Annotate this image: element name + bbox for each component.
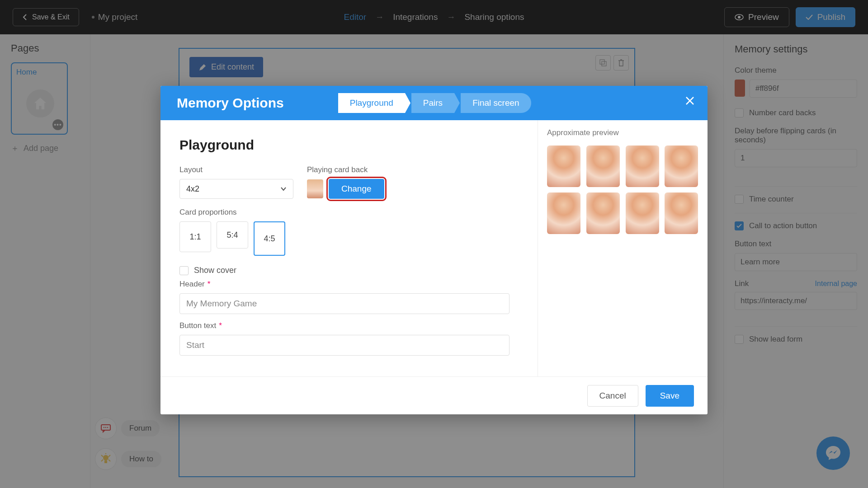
proportion-5-4[interactable]: 5:4 xyxy=(217,221,248,249)
tab-final-screen[interactable]: Final screen xyxy=(461,93,531,113)
checkbox-icon xyxy=(179,266,189,275)
show-cover-checkbox[interactable]: Show cover xyxy=(179,266,519,275)
proportions-group: 1:1 5:4 4:5 xyxy=(179,221,519,256)
chevron-down-icon xyxy=(280,187,287,191)
required-mark: * xyxy=(208,280,211,288)
button-text-input[interactable] xyxy=(179,335,509,356)
preview-card xyxy=(586,145,620,187)
modal-title: Memory Options xyxy=(177,95,284,111)
preview-label: Approximate preview xyxy=(547,128,698,137)
proportion-4-5[interactable]: 4:5 xyxy=(254,221,285,256)
preview-card xyxy=(547,192,580,234)
memory-options-modal: Memory Options Playground Pairs Final sc… xyxy=(160,86,708,414)
change-button[interactable]: Change xyxy=(329,179,384,199)
modal-tabs: Playground Pairs Final screen xyxy=(338,93,531,113)
button-text-field-label: Button text* xyxy=(179,321,519,330)
required-mark: * xyxy=(219,321,222,330)
change-label: Change xyxy=(341,184,372,194)
modal-right: Approximate preview xyxy=(538,120,708,376)
preview-card xyxy=(586,192,620,234)
preview-card xyxy=(626,145,659,187)
proportion-1-1[interactable]: 1:1 xyxy=(179,221,211,252)
card-back-label: Playing card back xyxy=(307,165,384,174)
modal-footer: Cancel Save xyxy=(160,376,708,414)
preview-card xyxy=(626,192,659,234)
header-field-label: Header* xyxy=(179,280,519,289)
layout-dropdown[interactable]: 4x2 xyxy=(179,179,293,199)
modal-overlay: Memory Options Playground Pairs Final sc… xyxy=(0,0,868,488)
card-back-thumbnail xyxy=(307,179,323,198)
cancel-button[interactable]: Cancel xyxy=(587,385,638,407)
modal-header: Memory Options Playground Pairs Final sc… xyxy=(160,86,708,120)
show-cover-label: Show cover xyxy=(194,266,236,275)
save-button[interactable]: Save xyxy=(646,385,694,407)
tab-pairs[interactable]: Pairs xyxy=(411,93,454,113)
close-icon[interactable] xyxy=(685,96,695,106)
layout-value: 4x2 xyxy=(186,184,199,194)
proportions-label: Card proportions xyxy=(179,208,519,217)
preview-card xyxy=(547,145,580,187)
preview-card xyxy=(665,192,698,234)
header-input[interactable] xyxy=(179,293,509,314)
preview-card xyxy=(665,145,698,187)
layout-label: Layout xyxy=(179,165,293,174)
playground-heading: Playground xyxy=(179,137,519,153)
modal-left: Playground Layout 4x2 Playing card back xyxy=(160,120,538,376)
modal-body: Playground Layout 4x2 Playing card back xyxy=(160,120,708,376)
preview-grid xyxy=(547,145,698,234)
tab-playground[interactable]: Playground xyxy=(338,93,405,113)
